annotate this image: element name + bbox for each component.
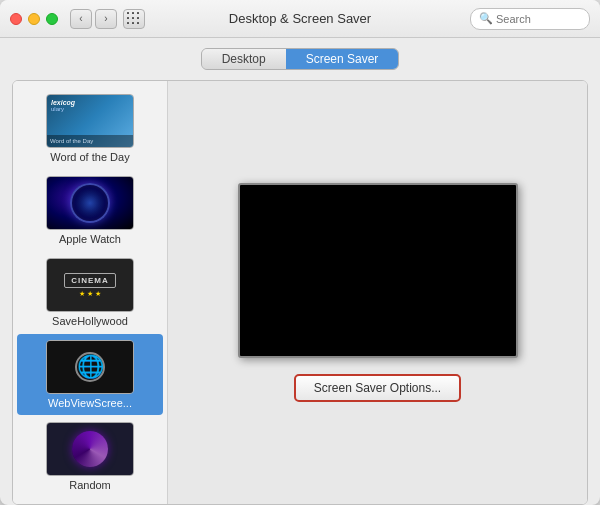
preview-area: Screen Saver Options...	[168, 81, 587, 504]
tab-desktop[interactable]: Desktop	[202, 49, 286, 69]
cinema-ticket: CINEMA	[64, 273, 116, 288]
search-box[interactable]: 🔍	[470, 8, 590, 30]
titlebar: ‹ › Desktop & Screen Saver 🔍	[0, 0, 600, 38]
window-title: Desktop & Screen Saver	[229, 11, 371, 26]
main-panel: lexicog ulary Word of the Day Word of th…	[12, 80, 588, 505]
globe-icon: 🌐	[75, 352, 105, 382]
forward-button[interactable]: ›	[95, 9, 117, 29]
sidebar-item-random[interactable]: Random	[17, 416, 163, 497]
screen-saver-options-button[interactable]: Screen Saver Options...	[294, 374, 461, 402]
sidebar: lexicog ulary Word of the Day Word of th…	[13, 81, 168, 504]
thumb-webviewscreen: 🌐	[46, 340, 134, 394]
sidebar-item-word-of-day[interactable]: lexicog ulary Word of the Day Word of th…	[17, 88, 163, 169]
sidebar-item-label-apple-watch: Apple Watch	[59, 233, 121, 245]
sidebar-item-savehollywood[interactable]: CINEMA ★ ★ ★ SaveHollywood	[17, 252, 163, 333]
nav-buttons: ‹ ›	[70, 9, 117, 29]
watch-spiral	[70, 183, 110, 223]
content: Desktop Screen Saver lexicog ulary	[0, 38, 600, 505]
back-button[interactable]: ‹	[70, 9, 92, 29]
tabs-row: Desktop Screen Saver	[12, 48, 588, 70]
grid-view-button[interactable]	[123, 9, 145, 29]
search-icon: 🔍	[479, 12, 493, 25]
sidebar-item-label-random: Random	[69, 479, 111, 491]
sidebar-item-label-word-of-day: Word of the Day	[50, 151, 129, 163]
sidebar-item-label-savehollywood: SaveHollywood	[52, 315, 128, 327]
thumb-savehollywood: CINEMA ★ ★ ★	[46, 258, 134, 312]
preview-screen	[238, 183, 518, 358]
close-button[interactable]	[10, 13, 22, 25]
sidebar-item-apple-watch[interactable]: Apple Watch	[17, 170, 163, 251]
window: ‹ › Desktop & Screen Saver 🔍 Desktop Scr…	[0, 0, 600, 505]
traffic-lights	[10, 13, 58, 25]
sidebar-item-label-webviewscreen: WebViewScree...	[48, 397, 132, 409]
tab-screensaver[interactable]: Screen Saver	[286, 49, 399, 69]
spiral-icon	[72, 431, 108, 467]
tab-group: Desktop Screen Saver	[201, 48, 400, 70]
thumb-random	[46, 422, 134, 476]
cinema-stars: ★ ★ ★	[79, 290, 101, 298]
sidebar-item-webviewscreen[interactable]: 🌐 WebViewScree...	[17, 334, 163, 415]
minimize-button[interactable]	[28, 13, 40, 25]
maximize-button[interactable]	[46, 13, 58, 25]
thumb-apple-watch	[46, 176, 134, 230]
grid-icon	[127, 12, 141, 26]
search-input[interactable]	[496, 13, 581, 25]
thumb-word-of-day: lexicog ulary Word of the Day	[46, 94, 134, 148]
